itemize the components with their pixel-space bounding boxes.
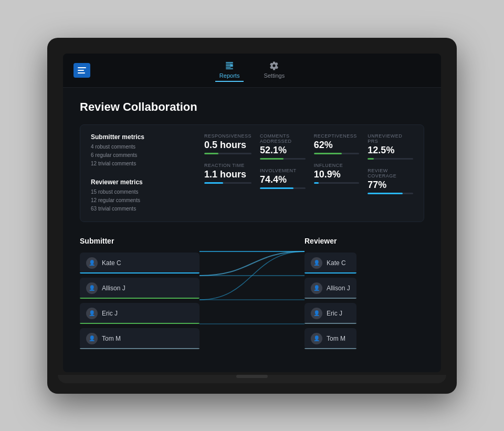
submitter-kate[interactable]: 👤 Kate C: [80, 253, 200, 274]
main-content: Review Collaboration Submitter metrics 4…: [63, 88, 441, 372]
reviewer-kate-name: Kate C: [327, 259, 346, 267]
svg-rect-1: [78, 70, 84, 71]
submitter-tom-name: Tom M: [102, 335, 121, 342]
reaction-time-label: REACTION TIME: [204, 163, 251, 168]
avatar-allison-r: 👤: [311, 282, 322, 294]
submitter-kate-name: Kate C: [102, 259, 121, 267]
comments-addressed-bar-fill: [260, 158, 284, 160]
review-coverage-metric: REVIEW COVERAGE 77%: [368, 168, 413, 194]
submitter-allison[interactable]: 👤 Allison J: [80, 278, 200, 299]
comments-addressed-label: COMMENTS ADDRESSED: [260, 133, 306, 144]
avatar-kate-r: 👤: [311, 257, 322, 269]
involvement-value: 74.4%: [260, 174, 306, 185]
submitter-metrics-title: Submitter metrics: [91, 133, 196, 141]
involvement-bar-fill: [260, 187, 293, 189]
avatar-eric-r: 👤: [311, 308, 322, 319]
nav-tabs: Reports Settings: [215, 59, 289, 82]
reaction-time-bar: [204, 182, 251, 184]
reviewer-eric[interactable]: 👤 Eric J: [304, 303, 356, 324]
unreviewed-prs-metric: UNREVIEWED PRS 12.5%: [368, 133, 413, 160]
reviewer-stats: 15 robust comments12 regular comments63 …: [91, 188, 196, 213]
reviewer-list: 👤 Kate C 👤 Allison J 👤 Eric J 👤: [304, 253, 356, 349]
submitter-eric[interactable]: 👤 Eric J: [80, 303, 200, 324]
tab-settings-label: Settings: [264, 72, 285, 79]
avatar-allison-s: 👤: [86, 282, 98, 294]
submitter-stats: 4 robust comments6 regular comments12 tr…: [91, 143, 196, 168]
metrics-card: Submitter metrics 4 robust comments6 reg…: [80, 124, 424, 222]
review-coverage-label: REVIEW COVERAGE: [368, 168, 413, 178]
submitter-list: 👤 Kate C 👤 Allison J 👤 Eric J 👤: [80, 253, 200, 349]
reviewer-column: Reviewer 👤 Kate C 👤 Allison J 👤 Eric: [304, 237, 424, 349]
metric-col-2: COMMENTS ADDRESSED 52.1% INVOLVEMENT 74.…: [260, 133, 306, 189]
influence-bar: [314, 182, 360, 184]
reviewer-kate[interactable]: 👤 Kate C: [304, 253, 356, 274]
svg-rect-2: [78, 72, 85, 73]
app-logo: [74, 63, 90, 78]
avatar-kate-s: 👤: [86, 257, 98, 269]
responsiveness-bar-fill: [204, 153, 218, 154]
comments-addressed-metric: COMMENTS ADDRESSED 52.1%: [260, 133, 306, 160]
receptiveness-bar: [314, 153, 360, 154]
page-title: Review Collaboration: [80, 100, 424, 114]
avatar-tom-r: 👤: [311, 333, 322, 344]
comments-addressed-bar: [260, 158, 306, 160]
metric-col-1: RESPONSIVENESS 0.5 hours REACTION TIME 1…: [204, 133, 251, 184]
responsiveness-label: RESPONSIVENESS: [204, 133, 251, 139]
influence-bar-fill: [314, 182, 319, 184]
sankey-connections: [200, 237, 304, 360]
metrics-labels: Submitter metrics 4 robust comments6 reg…: [91, 133, 196, 213]
receptiveness-value: 62%: [314, 140, 360, 151]
reviewer-metrics-title: Reviewer metrics: [91, 178, 196, 186]
responsiveness-metric: RESPONSIVENESS 0.5 hours: [204, 133, 251, 154]
review-coverage-bar: [368, 193, 413, 194]
unreviewed-prs-value: 12.5%: [368, 145, 413, 156]
svg-rect-0: [78, 67, 86, 68]
responsiveness-bar: [204, 153, 251, 154]
submitter-title: Submitter: [80, 237, 200, 245]
submitter-tom[interactable]: 👤 Tom M: [80, 328, 200, 349]
reviewer-tom[interactable]: 👤 Tom M: [304, 328, 356, 349]
avatar-eric-s: 👤: [86, 308, 98, 319]
review-coverage-bar-fill: [368, 193, 403, 194]
submitter-metrics-group: Submitter metrics 4 robust comments6 reg…: [91, 133, 196, 168]
reviewer-eric-name: Eric J: [327, 310, 342, 317]
submitter-column: Submitter 👤 Kate C 👤 Allison J 👤 Eric: [80, 237, 200, 349]
responsiveness-value: 0.5 hours: [204, 140, 251, 151]
influence-metric: INFLUENCE 10.9%: [314, 163, 360, 184]
reviewer-title: Reviewer: [304, 237, 337, 245]
reaction-time-value: 1.1 hours: [204, 169, 251, 180]
navigation-bar: Reports Settings: [63, 54, 441, 88]
receptiveness-label: RECEPTIVENESS: [314, 133, 360, 139]
receptiveness-metric: RECEPTIVENESS 62%: [314, 133, 360, 154]
involvement-label: INVOLVEMENT: [260, 168, 306, 173]
reviewer-metrics-group: Reviewer metrics 15 robust comments12 re…: [91, 178, 196, 213]
review-coverage-value: 77%: [368, 180, 413, 191]
reaction-time-metric: REACTION TIME 1.1 hours: [204, 163, 251, 184]
unreviewed-prs-bar-fill: [368, 158, 373, 160]
tab-reports-label: Reports: [219, 72, 240, 79]
submitter-eric-name: Eric J: [102, 310, 118, 317]
tab-reports[interactable]: Reports: [215, 59, 244, 82]
unreviewed-prs-label: UNREVIEWED PRS: [368, 133, 413, 144]
influence-value: 10.9%: [314, 169, 360, 180]
metric-col-4: UNREVIEWED PRS 12.5% REVIEW COVERAGE 77%: [368, 133, 413, 194]
comments-addressed-value: 52.1%: [260, 145, 306, 156]
receptiveness-bar-fill: [314, 153, 342, 154]
unreviewed-prs-bar: [368, 158, 413, 160]
tab-settings[interactable]: Settings: [259, 59, 289, 82]
reaction-time-bar-fill: [204, 182, 223, 184]
reviewer-tom-name: Tom M: [327, 335, 345, 342]
influence-label: INFLUENCE: [314, 163, 360, 168]
metric-col-3: RECEPTIVENESS 62% INFLUENCE 10.9%: [314, 133, 360, 184]
reviewer-allison-name: Allison J: [327, 285, 350, 292]
reviewer-allison[interactable]: 👤 Allison J: [304, 278, 356, 299]
involvement-metric: INVOLVEMENT 74.4%: [260, 168, 306, 189]
involvement-bar: [260, 187, 306, 189]
submitter-allison-name: Allison J: [102, 285, 125, 292]
sankey-section: Submitter 👤 Kate C 👤 Allison J 👤 Eric: [80, 237, 424, 360]
avatar-tom-s: 👤: [86, 333, 98, 344]
